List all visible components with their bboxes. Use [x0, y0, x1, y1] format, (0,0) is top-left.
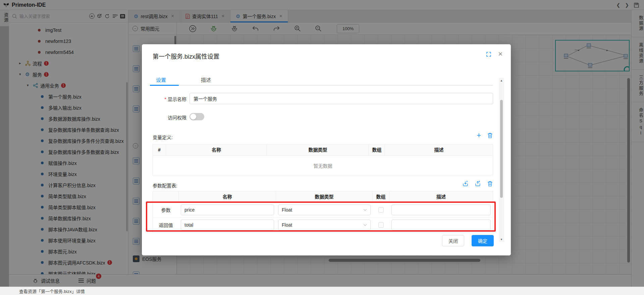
access-permission-label: 访问权限	[142, 114, 186, 121]
scroll-down-icon[interactable]: ▼	[499, 237, 504, 242]
param-name-input[interactable]	[181, 220, 274, 230]
param-type-select[interactable]: Float	[278, 204, 371, 215]
access-permission-toggle[interactable]	[190, 113, 204, 120]
array-checkbox[interactable]	[378, 207, 384, 213]
param-name-input[interactable]	[181, 204, 274, 215]
variables-section-label: 变量定义:	[153, 134, 173, 140]
close-button[interactable]: 关闭	[442, 235, 464, 246]
empty-table-placeholder: 暂无数据	[153, 156, 493, 175]
array-checkbox[interactable]	[378, 222, 384, 228]
params-section-label: 参数配置表:	[153, 182, 177, 189]
param-row: 参数 Float	[153, 202, 493, 217]
display-name-label: *显示名称	[142, 96, 186, 102]
dialog-scrollbar[interactable]: ▲ ▼	[499, 78, 504, 242]
status-text: 查看资源「第一个服务.bizx」详情	[19, 288, 85, 294]
delete-variable-icon[interactable]	[487, 132, 493, 138]
display-name-input[interactable]	[190, 93, 493, 104]
tab-track	[150, 85, 493, 86]
params-table: 名称 数据类型 数组 描述 参数 Float 返回值	[153, 191, 493, 233]
import-params-icon[interactable]	[462, 180, 469, 187]
chevron-down-icon	[363, 224, 367, 226]
close-icon[interactable]: ✕	[498, 51, 503, 58]
scrollbar-thumb[interactable]	[500, 100, 503, 198]
required-asterisk: *	[165, 97, 166, 102]
ok-button[interactable]: 确定	[472, 235, 494, 246]
chevron-down-icon	[363, 209, 367, 211]
dialog-tab-description[interactable]: 描述	[201, 76, 211, 83]
param-type-select[interactable]: Float	[278, 220, 371, 230]
delete-param-icon[interactable]	[487, 181, 493, 187]
status-bar: 查看资源「第一个服务.bizx」详情	[0, 287, 644, 295]
dialog-tab-settings[interactable]: 设置	[156, 76, 166, 83]
variables-table: # 名称 数据类型 数组 描述 暂无数据	[153, 144, 493, 175]
primeton-ide-window: Primeton-IDE ❮ ❯ 资源 AI	[0, 0, 644, 295]
export-params-icon[interactable]	[475, 180, 481, 187]
dialog-title: 第一个服务.bizx属性设置	[153, 52, 219, 60]
active-tab-indicator	[150, 85, 179, 86]
param-description-input[interactable]	[391, 204, 491, 215]
param-description-input[interactable]	[391, 220, 491, 230]
param-kind: 返回值	[153, 218, 179, 232]
properties-dialog: 第一个服务.bizx属性设置 ✕ 设置 描述 *显示名称 访问权限 变量定义: …	[142, 44, 511, 255]
add-variable-icon[interactable]: +	[477, 133, 481, 138]
maximize-icon[interactable]	[486, 52, 491, 58]
param-kind: 参数	[153, 202, 179, 217]
scroll-up-icon[interactable]: ▲	[499, 78, 504, 83]
param-row: 返回值 Float	[153, 217, 493, 233]
